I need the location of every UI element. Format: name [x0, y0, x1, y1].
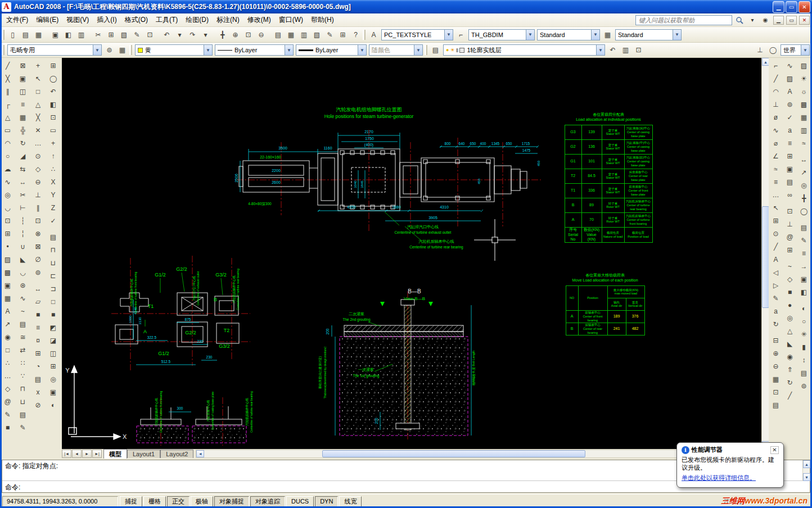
status-icon[interactable]: ▤ — [31, 373, 45, 385]
zoom-window2-icon[interactable]: ⊡ — [770, 385, 782, 398]
chevron-down-icon[interactable]: ▼ — [801, 45, 809, 55]
snap-perpendicular-icon[interactable]: ⊥ — [31, 188, 45, 201]
layer-isolate-icon[interactable]: ◐ — [798, 302, 810, 315]
hyperlink-icon[interactable]: ∞ — [784, 188, 796, 201]
join-icon[interactable]: ∪ — [16, 240, 30, 253]
draworder-front-icon[interactable]: ⊓ — [16, 382, 30, 395]
publish-icon[interactable]: ▥ — [75, 28, 88, 41]
zoom-window-icon[interactable]: ⊡ — [242, 28, 255, 41]
donut-icon[interactable]: ◉ — [1, 330, 15, 343]
mtext-edit-icon[interactable]: A — [784, 85, 796, 98]
named-views-icon[interactable]: ▤ — [47, 230, 60, 243]
spell-check-icon[interactable]: ✓ — [784, 111, 796, 124]
materials-icon[interactable]: ▩ — [798, 98, 810, 111]
3d-polyline-icon[interactable]: ~ — [784, 260, 796, 273]
layer-manager-icon[interactable]: ▤ — [798, 366, 810, 379]
wipeout-icon[interactable]: ◇ — [1, 382, 15, 395]
orbit2-icon[interactable]: ◎ — [798, 179, 810, 192]
redo-list-icon[interactable]: ▾ — [199, 28, 212, 41]
erase-icon[interactable]: ⊠ — [16, 59, 30, 72]
menu-item-2[interactable]: 视图(V) — [62, 13, 93, 26]
properties-palette-icon[interactable]: ▤ — [16, 408, 30, 421]
pan-icon[interactable]: ╋ — [216, 28, 229, 41]
last-tab-icon[interactable]: ►| — [92, 450, 102, 458]
list-icon[interactable]: ≡ — [31, 321, 45, 334]
align-icon[interactable]: ≅ — [16, 330, 30, 343]
array-icon[interactable]: ▦ — [16, 111, 30, 124]
balloon-details-link[interactable]: 单击此处以获得详细信息。 — [682, 474, 756, 482]
orbit-icon[interactable]: ◎ — [47, 373, 60, 385]
command-scrollbar[interactable]: ▲ ▼ — [802, 460, 810, 481]
zoom-in-icon[interactable]: ⊕ — [770, 347, 782, 360]
status-toggle-polar[interactable]: 极轴 — [191, 496, 213, 507]
zoom-previous-icon[interactable]: ⊖ — [255, 28, 268, 41]
helix-icon[interactable]: @ — [1, 395, 15, 408]
chevron-down-icon[interactable]: ▼ — [285, 45, 293, 55]
dim-ordinate-icon[interactable]: ⊥ — [770, 98, 782, 111]
snap-extension-icon[interactable]: … — [31, 137, 45, 149]
ucs-3point-icon[interactable]: ∴ — [47, 162, 60, 175]
pan2-icon[interactable]: ╋ — [798, 192, 810, 205]
plot-icon[interactable]: ▣ — [49, 28, 62, 41]
snap-insert-icon[interactable]: ⊡ — [31, 214, 45, 227]
reverse-icon[interactable]: ⇄ — [16, 343, 30, 356]
designcenter-icon[interactable]: ▦ — [285, 28, 297, 41]
quickcalc-icon[interactable]: ⊞ — [336, 28, 349, 41]
wedge-icon[interactable]: ◣ — [784, 337, 796, 350]
menu-item-9[interactable]: 窗口(W) — [275, 13, 307, 26]
status-toggle-grid[interactable]: 栅格 — [143, 496, 166, 507]
snap-center-icon[interactable]: ⊙ — [31, 149, 45, 162]
multiline-text-icon[interactable]: A — [1, 305, 15, 318]
table-style-icon[interactable]: ▦ — [601, 28, 614, 41]
fillet-icon[interactable]: ◡ — [16, 266, 30, 279]
close-button[interactable]: ✕ — [799, 1, 810, 13]
layer-states-icon[interactable]: ▥ — [619, 44, 632, 57]
scale-icon[interactable]: ◢ — [16, 149, 30, 162]
table-style-combo[interactable]: Standard▼ — [537, 29, 600, 40]
spline-icon[interactable]: ∿ — [1, 175, 15, 188]
sketch-icon[interactable]: ✎ — [1, 408, 15, 421]
solid-icon[interactable]: ■ — [1, 421, 15, 434]
mdi-minimize-button[interactable]: ▁ — [773, 16, 784, 25]
line-icon[interactable]: ╱ — [1, 59, 15, 72]
ucs-y-icon[interactable]: Y — [47, 188, 60, 201]
base-point-icon[interactable]: ⊥ — [784, 217, 796, 230]
tab-layout2[interactable]: Layout2 — [160, 450, 193, 458]
copy-icon[interactable]: ▣ — [16, 72, 30, 85]
dim-continue-icon[interactable]: … — [770, 188, 782, 201]
snap-quadrant-icon[interactable]: ◇ — [31, 162, 45, 175]
construction-line-icon[interactable]: ╳ — [1, 72, 15, 85]
camera-icon[interactable]: ▣ — [47, 385, 60, 398]
lengthen-icon[interactable]: ↔ — [16, 175, 30, 188]
zoom-realtime-icon[interactable]: ⊕ — [229, 28, 242, 41]
zoom-out-icon[interactable]: ⊖ — [770, 360, 782, 373]
circle-icon[interactable]: ○ — [1, 149, 15, 162]
text-style-combo[interactable]: PC_TEXTSTYLE▼ — [381, 29, 453, 40]
menu-item-6[interactable]: 绘图(D) — [182, 13, 213, 26]
ucs-object-icon[interactable]: ⊡ — [47, 111, 60, 124]
make-object-layer-current-icon[interactable]: ⊡ — [632, 44, 645, 57]
insert-block-icon[interactable]: ⊡ — [1, 214, 15, 227]
chevron-down-icon[interactable]: ▼ — [596, 45, 605, 55]
polygon-icon[interactable]: △ — [1, 111, 15, 124]
save-icon[interactable]: ▦ — [32, 28, 45, 41]
minimize-button[interactable]: ▁ — [773, 1, 784, 13]
ellipse-icon[interactable]: ◎ — [1, 188, 15, 201]
toolbar-grip[interactable] — [129, 45, 132, 55]
dwf-attach-icon[interactable]: ▤ — [784, 175, 796, 188]
dim-jogged-icon[interactable]: ∿ — [770, 124, 782, 137]
horizontal-scroll-thumb[interactable] — [322, 450, 585, 457]
mleader-style-combo[interactable]: Standard▼ — [615, 29, 682, 40]
snap-endpoint-icon[interactable]: □ — [31, 85, 45, 98]
snap-midpoint-icon[interactable]: △ — [31, 98, 45, 111]
gradient-icon[interactable]: ▩ — [1, 266, 15, 279]
new-icon[interactable]: ▯ — [6, 28, 19, 41]
set-variable-icon[interactable]: x — [31, 385, 45, 398]
toolbar-grip[interactable] — [2, 30, 4, 40]
scroll-down-icon[interactable]: ▼ — [803, 473, 810, 481]
cone-icon[interactable]: △ — [784, 324, 796, 337]
snap-apparent-intersection-icon[interactable]: ✕ — [31, 124, 45, 137]
ellipse-arc-icon[interactable]: ◡ — [1, 201, 15, 214]
communication-center-icon[interactable]: ◉ — [760, 15, 771, 25]
multiline-icon[interactable]: ∥ — [1, 85, 15, 98]
